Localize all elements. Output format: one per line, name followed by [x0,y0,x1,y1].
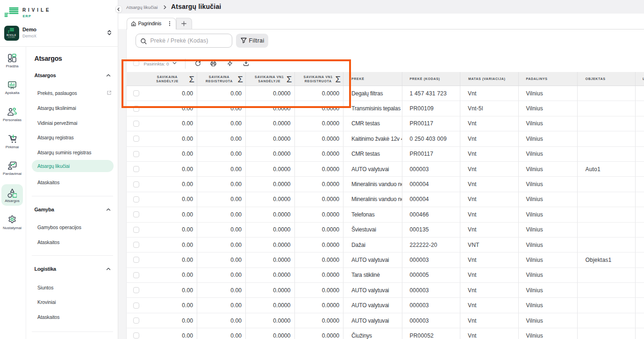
svg-text:RIVILE: RIVILE [7,34,16,36]
svg-text:SYSTEMS: SYSTEMS [8,36,15,38]
